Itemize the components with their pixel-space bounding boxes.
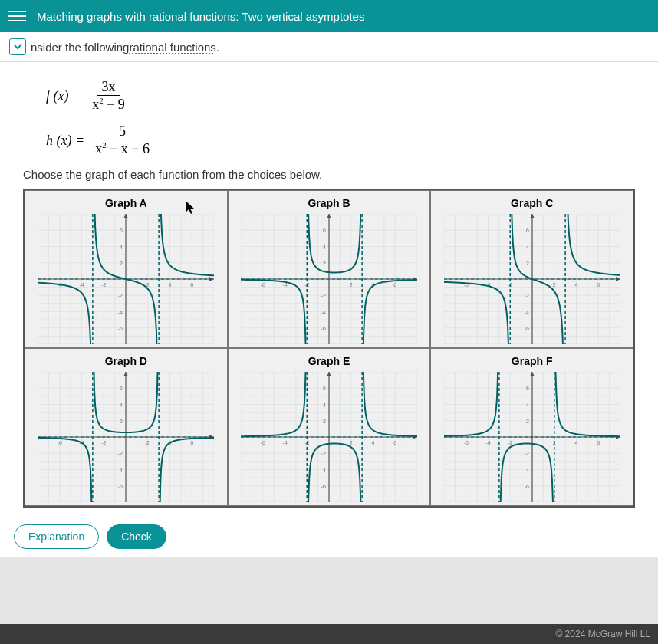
svg-text:4: 4 bbox=[526, 402, 529, 408]
svg-text:-2: -2 bbox=[118, 293, 123, 298]
svg-text:2: 2 bbox=[120, 261, 123, 266]
rational-functions-link[interactable]: rational functions bbox=[129, 41, 215, 54]
svg-text:-4: -4 bbox=[118, 468, 123, 473]
svg-text:6: 6 bbox=[191, 440, 194, 445]
svg-text:-6: -6 bbox=[118, 484, 123, 489]
svg-text:2: 2 bbox=[350, 440, 353, 445]
explanation-button[interactable]: Explanation bbox=[14, 524, 99, 549]
graph-f[interactable]: Graph F -6-6-4-4-2-2224466 bbox=[430, 348, 633, 506]
instruction-text: Choose the graph of each function from t… bbox=[23, 168, 635, 181]
svg-text:2: 2 bbox=[552, 282, 555, 288]
svg-text:4: 4 bbox=[120, 245, 123, 250]
subheader-prefix: nsider the following bbox=[31, 41, 129, 54]
svg-text:-2: -2 bbox=[508, 440, 512, 445]
svg-text:-2: -2 bbox=[118, 451, 123, 456]
svg-text:4: 4 bbox=[574, 440, 577, 445]
graph-c[interactable]: Graph C -6-6-4-4-2-2224466 bbox=[430, 190, 633, 348]
svg-text:-4: -4 bbox=[321, 468, 326, 473]
header-title: Matching graphs with rational functions:… bbox=[37, 10, 364, 23]
svg-text:-4: -4 bbox=[524, 310, 528, 315]
graph-d[interactable]: Graph D -6-6-4-4-2-2224466 bbox=[25, 348, 228, 506]
svg-text:6: 6 bbox=[120, 386, 123, 391]
svg-text:4: 4 bbox=[120, 402, 123, 408]
svg-text:2: 2 bbox=[120, 419, 123, 424]
graphs-grid: Graph A -6-6-4-4-2-2224466 Graph B -6-6-… bbox=[23, 189, 635, 508]
svg-text:6: 6 bbox=[597, 282, 600, 288]
svg-text:-6: -6 bbox=[524, 484, 528, 489]
graph-a[interactable]: Graph A -6-6-4-4-2-2224466 bbox=[25, 190, 228, 348]
svg-text:-4: -4 bbox=[524, 468, 528, 473]
svg-text:-6: -6 bbox=[463, 440, 468, 445]
graph-b[interactable]: Graph B -6-6-4-4-2-2224466 bbox=[228, 190, 431, 348]
svg-text:-6: -6 bbox=[261, 282, 265, 288]
svg-text:-2: -2 bbox=[101, 282, 106, 288]
svg-text:-2: -2 bbox=[321, 451, 326, 456]
svg-text:-2: -2 bbox=[524, 451, 528, 456]
svg-text:6: 6 bbox=[393, 282, 396, 288]
svg-text:4: 4 bbox=[323, 245, 326, 250]
svg-text:6: 6 bbox=[597, 440, 600, 445]
problem-body: f (x) = 3x x2 − 9 h (x) = 5 x2 − x − 6 C… bbox=[0, 62, 658, 515]
svg-text:4: 4 bbox=[169, 282, 172, 288]
svg-marker-90 bbox=[327, 214, 331, 219]
svg-text:-6: -6 bbox=[321, 326, 326, 331]
svg-text:6: 6 bbox=[526, 386, 529, 391]
svg-text:6: 6 bbox=[191, 282, 194, 288]
svg-text:-6: -6 bbox=[321, 484, 326, 489]
svg-text:4: 4 bbox=[372, 440, 375, 445]
svg-text:6: 6 bbox=[323, 386, 326, 391]
svg-text:2: 2 bbox=[323, 419, 326, 424]
equation-h: h (x) = 5 x2 − x − 6 bbox=[46, 123, 635, 157]
svg-text:2: 2 bbox=[323, 261, 326, 266]
svg-text:6: 6 bbox=[120, 228, 123, 233]
svg-text:6: 6 bbox=[323, 228, 326, 233]
svg-text:-4: -4 bbox=[118, 310, 123, 315]
equation-f: f (x) = 3x x2 − 9 bbox=[46, 79, 635, 113]
svg-text:-4: -4 bbox=[282, 440, 287, 445]
svg-text:-2: -2 bbox=[101, 440, 106, 445]
svg-text:-6: -6 bbox=[118, 326, 123, 331]
svg-marker-37 bbox=[123, 214, 128, 219]
menu-icon[interactable] bbox=[8, 7, 26, 25]
svg-text:-6: -6 bbox=[261, 440, 265, 445]
svg-text:4: 4 bbox=[323, 402, 326, 408]
graph-e[interactable]: Graph E -6-6-4-4-2-2224466 bbox=[228, 348, 431, 506]
svg-text:-4: -4 bbox=[80, 282, 84, 288]
svg-text:-4: -4 bbox=[321, 310, 326, 315]
svg-text:2: 2 bbox=[526, 261, 529, 266]
svg-text:6: 6 bbox=[393, 440, 396, 445]
svg-text:2: 2 bbox=[146, 282, 150, 288]
svg-text:4: 4 bbox=[574, 282, 577, 288]
svg-text:6: 6 bbox=[526, 228, 529, 233]
copyright-footer: © 2024 McGraw Hill LL bbox=[0, 624, 658, 644]
svg-text:2: 2 bbox=[146, 440, 150, 445]
svg-marker-196 bbox=[123, 372, 128, 376]
chevron-down-icon[interactable] bbox=[9, 38, 26, 55]
svg-text:-6: -6 bbox=[58, 440, 62, 445]
svg-text:2: 2 bbox=[526, 419, 529, 424]
svg-marker-143 bbox=[530, 214, 535, 219]
svg-text:4: 4 bbox=[526, 245, 529, 250]
svg-text:-2: -2 bbox=[321, 293, 326, 298]
subheader: nsider the following rational functions … bbox=[0, 32, 658, 62]
svg-marker-249 bbox=[327, 372, 331, 376]
svg-text:-4: -4 bbox=[485, 440, 490, 445]
svg-text:-6: -6 bbox=[524, 326, 528, 331]
check-button[interactable]: Check bbox=[107, 524, 166, 549]
svg-text:-2: -2 bbox=[524, 293, 528, 298]
app-header: Matching graphs with rational functions:… bbox=[0, 0, 658, 32]
button-row: Explanation Check bbox=[0, 515, 658, 557]
subheader-suffix: . bbox=[216, 41, 219, 54]
svg-marker-302 bbox=[530, 372, 535, 376]
svg-text:2: 2 bbox=[350, 282, 353, 288]
